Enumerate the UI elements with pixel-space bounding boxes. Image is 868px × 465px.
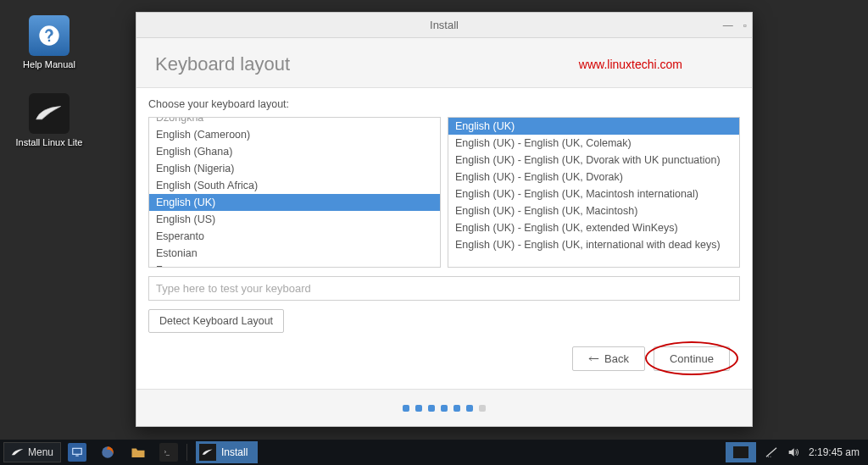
watermark-url: www.linuxtechi.com	[579, 58, 733, 71]
folder-icon	[129, 443, 147, 462]
firefox-icon	[98, 443, 117, 462]
svg-rect-1	[75, 456, 79, 457]
list-item[interactable]: Estonian	[149, 245, 440, 262]
progress-dots	[136, 389, 752, 426]
taskbar-app-monitor[interactable]	[63, 442, 92, 462]
desktop-icon-install-linux-lite[interactable]: Install Linux Lite	[15, 93, 83, 148]
progress-dot	[403, 405, 409, 412]
linux-lite-icon	[199, 444, 216, 461]
progress-dot	[441, 405, 448, 412]
page-title: Keyboard layout	[155, 53, 290, 75]
continue-button[interactable]: Continue	[654, 346, 730, 371]
task-label: Install	[221, 446, 248, 458]
titlebar[interactable]: Install ― ▫	[136, 13, 752, 38]
list-item[interactable]: Faroese	[149, 262, 440, 268]
svg-rect-0	[73, 448, 82, 454]
maximize-button[interactable]: ▫	[743, 19, 747, 31]
taskbar-task-install[interactable]: Install	[196, 441, 258, 463]
list-item[interactable]: English (UK) - English (UK, Macintosh)	[448, 202, 739, 219]
taskbar-separator	[186, 444, 187, 461]
taskbar-app-terminal[interactable]: ›_	[154, 442, 183, 462]
list-item[interactable]: English (South Africa)	[149, 177, 440, 194]
terminal-icon: ›_	[159, 443, 178, 462]
taskbar-app-firefox[interactable]	[93, 442, 122, 462]
list-item[interactable]: English (US)	[149, 211, 440, 228]
desktop-icon-help-manual[interactable]: Help Manual	[15, 15, 83, 70]
svg-text:›_: ›_	[164, 449, 170, 456]
desktop-icon-label: Install Linux Lite	[15, 137, 83, 148]
network-icon[interactable]	[765, 446, 778, 459]
list-item[interactable]: English (UK) - English (UK, Macintosh in…	[448, 185, 739, 202]
list-item[interactable]: English (UK) - English (UK, Colemak)	[448, 135, 739, 152]
minimize-button[interactable]: ―	[723, 19, 733, 31]
help-icon	[29, 15, 70, 56]
workspace-switcher[interactable]	[726, 442, 756, 462]
list-item[interactable]: Dzongkha	[149, 117, 440, 126]
list-item[interactable]: English (UK)	[149, 194, 440, 211]
linux-lite-icon	[29, 93, 70, 134]
progress-dot	[479, 405, 486, 412]
progress-dot	[415, 405, 422, 412]
back-button-label: Back	[604, 352, 629, 365]
window-title: Install	[136, 19, 752, 31]
list-item[interactable]: English (Nigeria)	[149, 160, 440, 177]
list-item[interactable]: English (UK) - English (UK, Dvorak with …	[448, 152, 739, 169]
keyboard-prompt: Choose your keyboard layout:	[148, 98, 740, 110]
monitor-icon	[68, 443, 86, 462]
menu-label: Menu	[28, 446, 53, 458]
list-item[interactable]: English (Ghana)	[149, 143, 440, 160]
list-item[interactable]: English (UK) - English (UK, internationa…	[448, 236, 739, 253]
list-item[interactable]: English (UK)	[448, 118, 739, 135]
progress-dot	[466, 405, 473, 412]
list-item[interactable]: English (UK) - English (UK, Dvorak)	[448, 169, 739, 185]
taskbar-app-files[interactable]	[124, 442, 153, 462]
linux-lite-icon	[11, 447, 25, 457]
arrow-left-icon: 🡐	[588, 352, 599, 365]
taskbar: Menu ›_ Install	[0, 440, 868, 465]
volume-icon[interactable]	[787, 446, 800, 459]
keyboard-language-list[interactable]: DzongkhaEnglish (Cameroon)English (Ghana…	[148, 117, 441, 268]
back-button[interactable]: 🡐 Back	[572, 346, 645, 371]
desktop-icon-label: Help Manual	[15, 59, 83, 70]
keyboard-variant-list[interactable]: English (UK)English (UK) - English (UK, …	[448, 117, 740, 268]
menu-button[interactable]: Menu	[3, 442, 61, 462]
detect-keyboard-button[interactable]: Detect Keyboard Layout	[148, 309, 284, 333]
clock[interactable]: 2:19:45 am	[809, 446, 860, 458]
list-item[interactable]: Esperanto	[149, 228, 440, 245]
workspace-thumb	[733, 446, 748, 458]
keyboard-test-input[interactable]	[148, 276, 740, 301]
list-item[interactable]: English (Cameroon)	[149, 126, 440, 143]
progress-dot	[428, 405, 435, 412]
install-window: Install ― ▫ Keyboard layout www.linuxtec…	[136, 12, 753, 427]
continue-button-label: Continue	[670, 352, 714, 365]
list-item[interactable]: English (UK) - English (UK, extended Win…	[448, 219, 739, 236]
progress-dot	[453, 405, 460, 412]
